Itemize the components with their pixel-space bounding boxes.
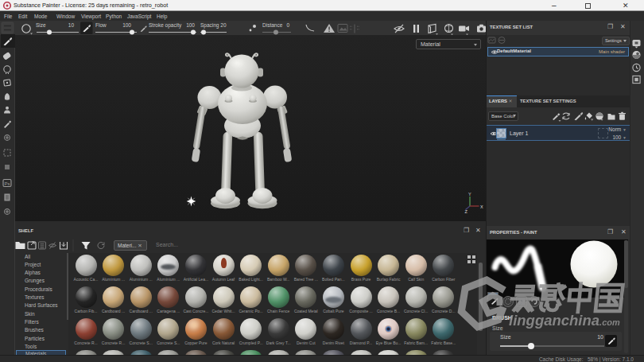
svg-text:Spacing: Spacing xyxy=(200,22,219,29)
svg-text:100: 100 xyxy=(186,22,195,28)
svg-text:Ps: Ps xyxy=(4,181,10,186)
svg-text:20: 20 xyxy=(220,22,227,28)
svg-text:Size: Size xyxy=(36,22,46,28)
svg-text:Flow: Flow xyxy=(95,22,107,28)
svg-text:Y: Y xyxy=(468,192,471,197)
svg-text:10: 10 xyxy=(68,22,75,28)
svg-text:Distance: Distance xyxy=(262,22,283,28)
svg-text:0: 0 xyxy=(286,22,289,28)
svg-text:Z: Z xyxy=(465,209,468,214)
svg-text:Stroke opacity: Stroke opacity xyxy=(149,22,182,29)
svg-text:X: X xyxy=(480,204,483,209)
svg-text:100: 100 xyxy=(122,22,131,28)
